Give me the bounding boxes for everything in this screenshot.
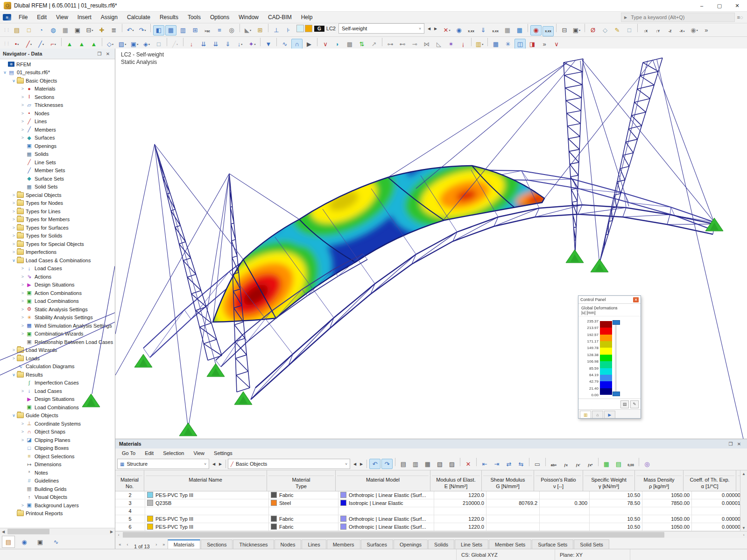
cell-no[interactable]: 4 — [115, 507, 145, 515]
table-exchange[interactable]: ⇄ — [503, 459, 514, 469]
view-y[interactable]: ↕Y — [652, 26, 663, 36]
cell-e[interactable]: 1220.0 — [434, 491, 486, 499]
view-z[interactable]: -Z — [664, 26, 676, 36]
tree-expander-icon[interactable]: > — [11, 356, 17, 361]
table-sync-down[interactable]: ↷ — [381, 459, 393, 469]
cell-model[interactable] — [338, 507, 434, 515]
navigator-tab-display[interactable]: ◉ — [18, 536, 31, 548]
tree-expander-icon[interactable]: > — [20, 274, 26, 279]
tree-item-solids[interactable]: ▦Solids — [0, 150, 115, 159]
tree-item-load-combinations[interactable]: ▣Load Combinations — [0, 403, 115, 412]
cell-rho[interactable]: 1050.00 — [642, 491, 692, 499]
tree-item-visual-objects[interactable]: ↑Visual Objects — [0, 493, 115, 502]
tree-item-static-analysis-settings[interactable]: >⚙Static Analysis Settings — [0, 305, 115, 314]
isometric-view[interactable]: ◇ — [599, 25, 611, 35]
tree-item-printout-reports[interactable]: Printout Reports — [0, 510, 115, 518]
new-object[interactable]: ✚ — [96, 25, 107, 35]
tree-item-building-grids[interactable]: ▦Building Grids — [0, 485, 115, 493]
tree-item-background-layers[interactable]: >▣Background Layers — [0, 501, 115, 510]
search-input[interactable] — [630, 14, 732, 21]
undo[interactable]: ↶▾ — [125, 25, 136, 35]
scroll-left-icon[interactable]: ‹ — [115, 532, 122, 538]
cell-nu[interactable] — [540, 507, 590, 515]
navigator-toggle[interactable]: ◧ — [153, 25, 164, 35]
tree-expander-icon[interactable]: > — [20, 429, 26, 434]
lc-color-swatch-1[interactable] — [296, 25, 304, 32]
panel-edit-button[interactable]: ✎ — [630, 400, 639, 408]
panel-tab-factors[interactable]: ⌂ — [592, 411, 603, 418]
menu-results[interactable]: Results — [155, 12, 183, 22]
cell-nu[interactable]: 0.300 — [540, 499, 590, 507]
table-tab-thicknesses[interactable]: Thicknesses — [233, 539, 274, 549]
cell-no[interactable]: 6 — [115, 523, 145, 531]
result-diagram[interactable]: ∿ — [279, 39, 290, 49]
table-export[interactable]: ⇥ — [491, 459, 502, 469]
load-wizard[interactable]: ✦▾ — [247, 39, 258, 49]
table-fx-all[interactable]: ƒx* — [585, 460, 596, 470]
table-view-compact[interactable]: ▤ — [398, 459, 409, 469]
tree-expander-icon[interactable]: > — [20, 307, 26, 312]
tree-expander-icon[interactable]: > — [20, 389, 26, 393]
copy-object[interactable]: □ — [153, 39, 164, 49]
prev-load-case-button[interactable]: ◀ — [426, 24, 432, 33]
cell-gamma[interactable] — [590, 507, 642, 515]
tree-item-object-snaps[interactable]: >∩Object Snaps — [0, 428, 115, 436]
tree-expander-icon[interactable]: > — [20, 299, 26, 303]
table-tab-lines[interactable]: Lines — [302, 539, 326, 549]
table-search[interactable]: ◎ — [641, 459, 653, 469]
release-scissor[interactable]: ◺ — [433, 39, 444, 49]
tree-item-combination-wizards[interactable]: >▣Combination Wizards — [0, 330, 115, 338]
navigator-float-icon[interactable]: ❐ — [95, 50, 104, 57]
close-button[interactable]: ✕ — [728, 0, 746, 11]
column-header-material[interactable]: MaterialType — [267, 470, 336, 491]
insert-line[interactable]: ╱▾ — [23, 39, 35, 49]
tree-expander-icon[interactable]: > — [11, 242, 17, 246]
cell-e[interactable] — [434, 531, 486, 532]
menu-options[interactable]: Options — [205, 12, 234, 22]
cell-e[interactable] — [434, 507, 486, 515]
tree-item-guidelines[interactable]: #Guidelines — [0, 477, 115, 485]
insert-line-dropdown[interactable]: ▾ — [30, 42, 32, 46]
tree-expander-icon[interactable]: > — [11, 250, 17, 254]
table-sync-up[interactable]: ↶ — [369, 459, 381, 469]
tree-item-solid-sets[interactable]: ▦Solid Sets — [0, 183, 115, 191]
column-header-modulus-of-elast-[interactable]: Modulus of Elast.E [N/mm²] — [430, 470, 482, 491]
result-grid[interactable]: ▦ — [514, 25, 525, 35]
deformation-scale[interactable]: ⇅ — [356, 39, 367, 49]
cell-model[interactable] — [338, 531, 434, 532]
maximize-button[interactable]: ▢ — [711, 0, 728, 11]
cell-rho[interactable] — [642, 531, 692, 532]
lc-color-swatch-2[interactable] — [305, 25, 312, 32]
minimize-button[interactable]: – — [693, 0, 711, 11]
table-group-combo[interactable]: ▦ Structure ˅ — [117, 459, 209, 469]
cell-name[interactable]: PES-PVC Typ III — [145, 515, 269, 523]
show-results[interactable]: ⇓ — [478, 25, 489, 35]
cell-gamma[interactable] — [590, 531, 642, 532]
table-view-colored[interactable]: ▨ — [446, 459, 458, 469]
table-fx-edit[interactable]: ƒx' — [572, 460, 584, 470]
cell-type[interactable]: Fabric — [269, 515, 338, 523]
color-scale-dropdown[interactable]: ▾ — [482, 42, 483, 46]
table-row[interactable]: 5PES-PVC Typ IIIFabricOrthotropic | Line… — [115, 515, 740, 523]
table-transfer[interactable]: ⇆ — [515, 459, 527, 469]
cell-g[interactable] — [486, 491, 540, 499]
cell-model[interactable]: Isotropic | Linear Elastic — [338, 499, 434, 507]
result-diagram-end[interactable]: ∨ — [551, 39, 562, 49]
tree-item-lines[interactable]: >╱Lines — [0, 118, 115, 126]
graphic-settings-dropdown[interactable]: ▾ — [579, 28, 580, 32]
print-graphic[interactable]: ⊟ — [559, 25, 570, 35]
tree-expander-icon[interactable]: > — [20, 135, 26, 140]
printout-report[interactable]: ≣ — [108, 25, 120, 35]
member-load[interactable]: ⇊ — [198, 39, 209, 49]
cell-name[interactable] — [145, 531, 269, 532]
cell-nu[interactable] — [540, 523, 590, 531]
cell-g[interactable] — [486, 507, 540, 515]
color-scale[interactable]: ▥▾ — [474, 39, 485, 49]
view-minus-x[interactable]: -X▾ — [677, 26, 688, 36]
render-results[interactable]: ▦ — [502, 25, 513, 35]
copy-view[interactable]: □ — [624, 25, 635, 35]
release-end-1[interactable]: ⊶ — [385, 39, 396, 49]
color-render[interactable]: ◗ — [332, 39, 343, 49]
materials-menu-edit[interactable]: Edit — [140, 449, 158, 457]
tree-item-basic-objects[interactable]: vBasic Objects — [0, 77, 115, 85]
